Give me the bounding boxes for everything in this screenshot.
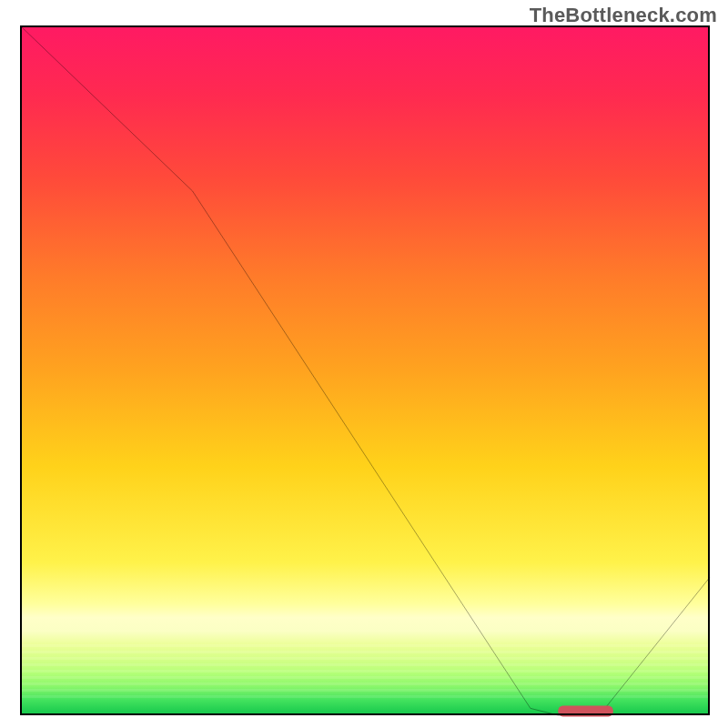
bottleneck-curve-svg (20, 25, 710, 715)
bottleneck-curve-path (20, 25, 710, 715)
chart-container: TheBottleneck.com (0, 0, 728, 728)
watermark-text: TheBottleneck.com (530, 4, 717, 27)
optimal-zone-marker (558, 705, 613, 716)
plot-area (20, 25, 710, 715)
